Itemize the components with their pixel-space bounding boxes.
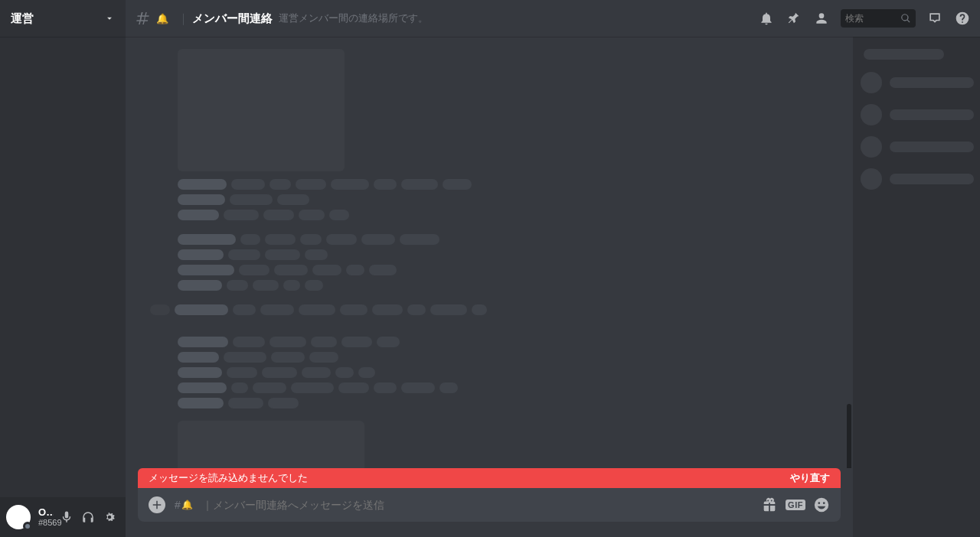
chevron-down-icon [104,13,115,24]
member-row[interactable] [859,104,974,125]
messages-area: メッセージを読み込めませんでした やり直す #🔔 [126,37,853,537]
user-avatar[interactable] [6,505,31,529]
message-composer[interactable]: #🔔 GIF [138,488,841,522]
error-message: メッセージを読み込めませんでした [149,471,308,485]
channel-prefix: #🔔 [175,499,193,511]
error-bar: メッセージを読み込めませんでした やり直す [138,468,841,488]
notifications-icon[interactable] [758,10,775,27]
member-row[interactable] [859,168,974,190]
add-attachment-button[interactable] [149,496,165,513]
inbox-icon[interactable] [926,10,943,27]
pin-icon[interactable] [786,10,802,27]
retry-button[interactable]: やり直す [790,471,830,485]
members-sidebar [853,37,980,537]
settings-icon[interactable] [100,507,119,527]
gift-icon[interactable] [761,496,778,513]
emoji-icon[interactable] [813,496,830,513]
user-info: OnigiriAlga #8569 [38,506,54,529]
user-tag: #8569 [38,518,54,528]
help-icon[interactable] [954,10,971,27]
search-icon [900,13,911,24]
member-row[interactable] [859,136,974,158]
server-name: 運営 [11,11,34,26]
members-group-header [864,49,944,60]
mic-icon[interactable] [57,507,77,527]
scrollbar[interactable] [847,404,851,468]
members-icon[interactable] [813,10,830,27]
channel-topic: 運営メンバー間の連絡場所です。 [279,11,752,25]
channel-title: ｜メンバー間連絡 [175,11,273,26]
user-panel: OnigiriAlga #8569 [0,497,126,537]
hash-icon [135,10,152,27]
headphones-icon[interactable] [78,507,98,527]
message-input[interactable] [202,499,752,511]
channel-sidebar: 運営 OnigiriAlga #8569 [0,0,126,537]
gif-button[interactable]: GIF [787,496,804,513]
user-name: OnigiriAlga [38,506,54,519]
search-box[interactable] [841,9,916,28]
channel-header: 🔔 ｜メンバー間連絡 運営メンバー間の連絡場所です。 [126,0,980,37]
member-row[interactable] [859,72,974,93]
bell-icon: 🔔 [156,13,168,24]
server-header[interactable]: 運営 [0,0,126,37]
search-input[interactable] [845,13,900,24]
channel-list [0,37,126,497]
